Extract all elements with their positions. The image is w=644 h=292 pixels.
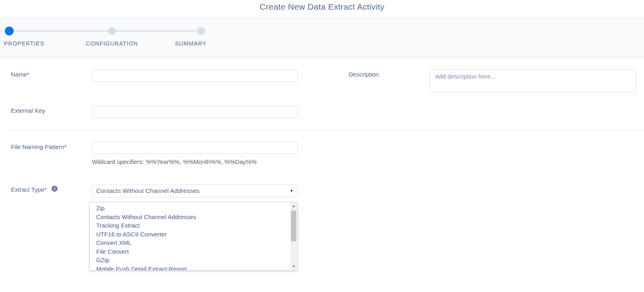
listbox-scrollbar[interactable]: ▲ ▼	[290, 203, 297, 270]
external-key-input[interactable]	[92, 106, 298, 118]
extract-type-options: ZipContacts Without Channel AddressesTra…	[90, 204, 290, 271]
extract-type-listbox: ZipContacts Without Channel AddressesTra…	[89, 202, 298, 271]
extract-type-option[interactable]: Convert XML	[90, 238, 290, 247]
scroll-up-icon[interactable]: ▲	[290, 203, 297, 209]
step-dot-configuration[interactable]	[108, 27, 116, 35]
wildcard-hint: Wildcard specifiers: %%Year%%, %%Month%%…	[92, 158, 257, 165]
extract-type-option[interactable]: Zip	[90, 204, 290, 213]
step-label-properties[interactable]: PROPERTIES	[4, 40, 44, 47]
info-icon[interactable]: i	[52, 186, 58, 192]
extract-type-label: Extract Type*	[11, 186, 47, 193]
section-divider	[6, 130, 644, 131]
wizard-stepper: PROPERTIES CONFIGURATION SUMMARY	[0, 18, 644, 58]
name-label: Name*	[11, 71, 29, 78]
external-key-label: External Key	[11, 107, 45, 114]
scrollbar-thumb[interactable]	[291, 211, 296, 241]
extract-type-select[interactable]: Contacts Without Channel Addresses ▼	[92, 184, 298, 197]
step-label-summary[interactable]: SUMMARY	[175, 40, 206, 47]
description-label: Description	[349, 71, 379, 78]
scroll-down-icon[interactable]: ▼	[290, 263, 297, 270]
step-dot-summary[interactable]	[197, 27, 205, 35]
extract-type-option[interactable]: UTF16 to ASCII Converter	[90, 230, 290, 239]
extract-type-option[interactable]: Contacts Without Channel Addresses	[90, 213, 290, 222]
stepper-track	[9, 30, 201, 32]
step-label-configuration[interactable]: CONFIGURATION	[86, 40, 138, 47]
extract-type-option[interactable]: Tracking Extract	[90, 221, 290, 230]
page-title: Create New Data Extract Activity	[0, 2, 644, 12]
chevron-down-icon: ▼	[290, 189, 293, 193]
extract-type-selected-value: Contacts Without Channel Addresses	[96, 187, 287, 195]
extract-type-option[interactable]: GZip	[90, 256, 290, 265]
description-textarea[interactable]	[430, 69, 637, 93]
extract-type-option[interactable]: File Convert	[90, 247, 290, 256]
extract-type-option[interactable]: Mobile Push Detail Extract Report	[90, 265, 290, 271]
create-data-extract-modal: Create New Data Extract Activity PROPERT…	[0, 0, 644, 292]
name-input[interactable]	[92, 70, 298, 82]
file-naming-pattern-label: File Naming Pattern*	[11, 143, 66, 150]
file-naming-pattern-input[interactable]	[92, 142, 298, 154]
step-dot-properties[interactable]	[5, 27, 14, 35]
